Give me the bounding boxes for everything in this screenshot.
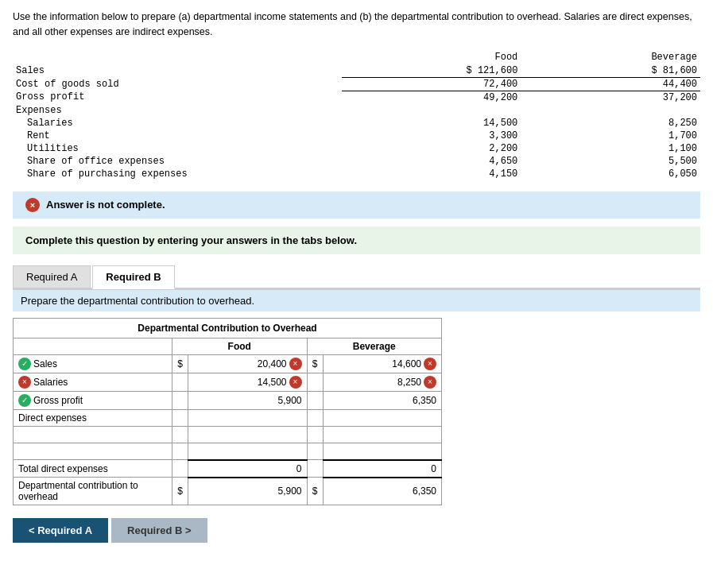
food-prefix-contrib: $: [172, 478, 188, 505]
food-prefix-sales: $: [172, 354, 188, 373]
row-label-utilities: Utilities: [13, 142, 342, 155]
nav-buttons: < Required A Required B >: [13, 518, 700, 543]
food-utilities: 2,200: [342, 142, 521, 155]
bev-purchasing: 6,050: [521, 168, 700, 180]
bev-input-empty2[interactable]: [323, 443, 442, 460]
food-office: 4,650: [342, 155, 521, 168]
table-row-total: Total direct expenses 0 0: [14, 460, 442, 478]
food-purchasing: 4,150: [342, 168, 521, 180]
bev-contrib[interactable]: 6,350: [323, 478, 442, 505]
bev-prefix-sales: $: [307, 354, 323, 373]
food-input-empty1[interactable]: [188, 426, 308, 443]
food-total[interactable]: 0: [188, 460, 308, 478]
contribution-table: Departmental Contribution to Overhead Fo…: [13, 318, 442, 506]
row-label-gross: ✓ Gross profit: [14, 391, 172, 409]
x-icon: ×: [424, 376, 436, 389]
next-button[interactable]: Required B >: [111, 518, 207, 543]
food-sales: $ 121,600: [342, 64, 521, 78]
bev-salaries: 8,250: [521, 117, 700, 130]
bev-sales: $ 81,600: [521, 64, 700, 78]
food-input-direct[interactable]: [188, 409, 308, 426]
row-label-salaries: Salaries: [13, 117, 342, 130]
col-header-food: Food: [172, 338, 308, 354]
bev-cogs: 44,400: [521, 77, 700, 91]
row-label-total: Total direct expenses: [14, 460, 172, 478]
row-label-direct: Direct expenses: [14, 409, 172, 426]
intro-text: Use the information below to prepare (a)…: [13, 10, 700, 40]
data-table: Food Beverage Sales $ 121,600 $ 81,600 C…: [13, 51, 700, 180]
table-row: [14, 426, 442, 443]
row-label-empty2: [14, 443, 172, 460]
col-header-label: [14, 338, 172, 354]
food-contrib[interactable]: 5,900: [188, 478, 308, 505]
table-row: ✓ Gross profit 5,900 6,350: [14, 391, 442, 409]
row-label-office: Share of office expenses: [13, 155, 342, 168]
food-input-sales[interactable]: 20,400 ×: [188, 354, 308, 373]
x-icon: ×: [289, 358, 302, 370]
row-label-sales: Sales: [13, 64, 342, 78]
tabs-row: Required A Required B: [13, 265, 700, 289]
table-row: [14, 443, 442, 460]
prev-button[interactable]: < Required A: [13, 518, 108, 543]
table-row: ✓ Sales $ 20,400 × $ 14,600 ×: [14, 354, 442, 373]
table-row: × Salaries 14,500 × 8,250 ×: [14, 373, 442, 391]
row-label-salaries: × Salaries: [14, 373, 172, 391]
check-icon: ✓: [18, 358, 31, 370]
bev-input-gross[interactable]: 6,350: [323, 391, 442, 409]
row-label-empty1: [14, 426, 172, 443]
bev-header: Beverage: [521, 51, 700, 64]
bev-total[interactable]: 0: [323, 460, 442, 478]
food-input-gross[interactable]: 5,900: [188, 391, 308, 409]
row-label-expenses: Expenses: [13, 104, 342, 117]
x-icon: ×: [424, 358, 436, 370]
food-salaries: 14,500: [342, 117, 521, 130]
food-gross: 49,200: [342, 91, 521, 104]
check-icon: ✓: [18, 394, 31, 407]
bev-gross: 37,200: [521, 91, 700, 104]
table-row: Direct expenses: [14, 409, 442, 426]
row-label-rent: Rent: [13, 130, 342, 142]
tab-required-a[interactable]: Required A: [13, 265, 91, 288]
food-cogs: 72,400: [342, 77, 521, 91]
bev-input-sales[interactable]: 14,600 ×: [323, 354, 442, 373]
answer-status-text: Answer is not complete.: [46, 199, 165, 211]
contribution-table-wrapper: Departmental Contribution to Overhead Fo…: [13, 318, 442, 506]
bev-prefix-contrib: $: [307, 478, 323, 505]
bev-utilities: 1,100: [521, 142, 700, 155]
food-input-salaries[interactable]: 14,500 ×: [188, 373, 308, 391]
x-circle-icon: ×: [25, 198, 40, 212]
col-header-bev: Beverage: [307, 338, 442, 354]
row-label-contrib: Departmental contribution to overhead: [14, 478, 172, 505]
x-icon: ×: [289, 376, 302, 389]
bev-input-empty1[interactable]: [323, 426, 442, 443]
food-rent: 3,300: [342, 130, 521, 142]
bev-rent: 1,700: [521, 130, 700, 142]
row-label-cogs: Cost of goods sold: [13, 77, 342, 91]
row-label-purchasing: Share of purchasing expenses: [13, 168, 342, 180]
row-label-gross: Gross profit: [13, 91, 342, 104]
table-row-contrib: Departmental contribution to overhead $ …: [14, 478, 442, 505]
food-header: Food: [342, 51, 521, 64]
row-label-sales: ✓ Sales: [14, 354, 172, 373]
section-header: Prepare the departmental contribution to…: [13, 289, 700, 311]
bev-input-salaries[interactable]: 8,250 ×: [323, 373, 442, 391]
answer-status-bar: × Answer is not complete.: [13, 191, 700, 219]
bev-office: 5,500: [521, 155, 700, 168]
x-icon: ×: [18, 376, 31, 389]
complete-prompt: Complete this question by entering your …: [13, 226, 700, 254]
food-input-empty2[interactable]: [188, 443, 308, 460]
tab-required-b[interactable]: Required B: [92, 265, 174, 289]
bev-input-direct[interactable]: [323, 409, 442, 426]
table-title: Departmental Contribution to Overhead: [14, 318, 442, 338]
